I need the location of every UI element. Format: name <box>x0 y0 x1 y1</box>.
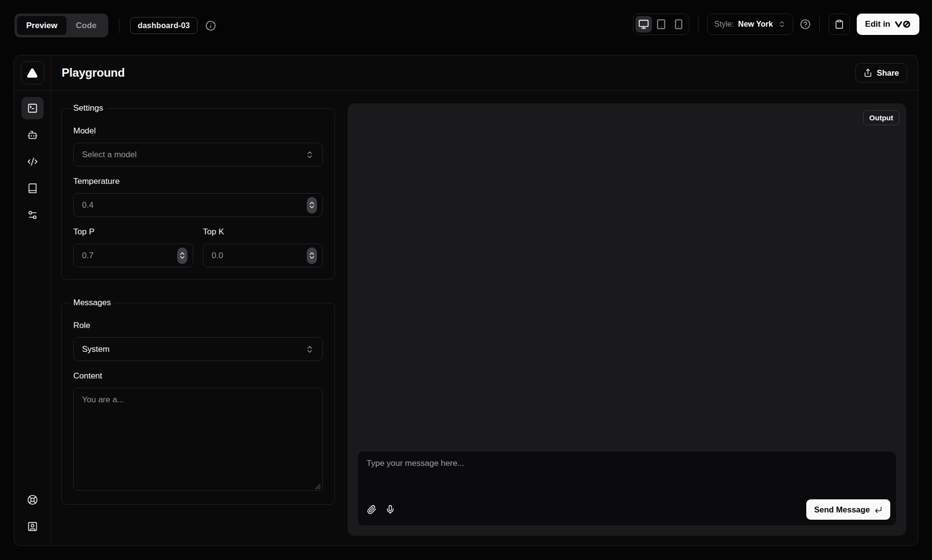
chevrons-up-down-icon <box>778 20 786 28</box>
tablet-icon <box>656 19 666 30</box>
top-k-field: Top K <box>203 227 323 267</box>
role-select-value: System <box>82 345 110 354</box>
number-stepper[interactable] <box>307 247 317 264</box>
edit-in-v0-button[interactable]: Edit in <box>857 14 919 35</box>
top-p-k-row: Top P Top K <box>73 227 323 267</box>
life-buoy-icon <box>27 494 38 505</box>
sidebar-item-account[interactable] <box>21 515 44 538</box>
top-k-label: Top K <box>203 227 323 237</box>
messages-fieldset: Messages Role System Content <box>61 298 335 505</box>
code-tab[interactable]: Code <box>67 16 106 35</box>
header-main: Playground Share <box>51 55 918 90</box>
page-title: Playground <box>62 66 125 80</box>
top-p-label: Top P <box>73 227 193 237</box>
tablet-view-button[interactable] <box>653 16 669 33</box>
temperature-input[interactable] <box>73 193 323 217</box>
settings-legend: Settings <box>70 103 106 113</box>
settings-fieldset: Settings Model Select a model Temperatur… <box>61 103 335 280</box>
mic-icon <box>385 505 395 514</box>
temperature-field: Temperature <box>73 177 323 217</box>
smartphone-icon <box>673 19 684 30</box>
sidebar-item-api[interactable] <box>21 150 44 173</box>
toolbar-separator <box>119 18 119 33</box>
square-terminal-icon <box>27 103 38 114</box>
top-toolbar: Preview Code dashboard-03 Style: New Yor… <box>0 0 932 55</box>
top-p-field: Top P <box>73 227 193 267</box>
share-label: Share <box>877 68 899 78</box>
v0-logo-icon <box>895 20 911 28</box>
message-input[interactable] <box>358 451 896 495</box>
top-p-input[interactable] <box>73 244 193 267</box>
chevrons-up-down-icon <box>305 150 314 159</box>
copy-code-button[interactable] <box>829 14 850 35</box>
book-icon <box>27 183 38 194</box>
preview-code-toggle: Preview Code <box>15 14 108 37</box>
model-label: Model <box>73 126 323 136</box>
number-stepper[interactable] <box>177 247 187 264</box>
role-field: Role System <box>73 321 323 361</box>
toolbar-right: Style: New York Edit in <box>633 14 919 35</box>
sliders-icon <box>27 210 38 220</box>
home-logo-button[interactable] <box>21 61 44 84</box>
project-badge[interactable]: dashboard-03 <box>130 17 198 34</box>
device-toggle-group <box>633 14 689 35</box>
bot-icon <box>27 130 38 140</box>
code-icon <box>27 156 38 167</box>
preview-tab[interactable]: Preview <box>17 16 67 35</box>
mic-button[interactable] <box>381 500 399 519</box>
output-panel: Output Send Message <box>348 103 906 536</box>
toolbar-separator <box>819 17 820 32</box>
info-icon[interactable] <box>205 20 216 31</box>
frame-body: Settings Model Select a model Temperatur… <box>14 91 918 545</box>
clipboard-icon <box>834 19 844 29</box>
model-select-placeholder: Select a model <box>82 150 136 160</box>
sidebar-nav <box>14 91 51 545</box>
triangle-logo-icon <box>27 67 38 79</box>
send-message-label: Send Message <box>814 505 870 514</box>
style-value: New York <box>738 20 773 29</box>
sidebar-item-settings[interactable] <box>21 204 44 226</box>
logo-cell <box>14 55 51 90</box>
composer-toolbar: Send Message <box>358 495 896 526</box>
toolbar-left: Preview Code dashboard-03 <box>15 14 216 37</box>
message-composer: Send Message <box>357 451 897 526</box>
model-field: Model Select a model <box>73 126 323 166</box>
share-button[interactable]: Share <box>855 63 907 82</box>
content-field: Content <box>73 371 323 493</box>
share-icon <box>864 68 872 77</box>
role-select[interactable]: System <box>73 337 323 361</box>
sidebar-item-documentation[interactable] <box>21 177 44 199</box>
monitor-icon <box>638 19 649 30</box>
mobile-view-button[interactable] <box>670 16 687 33</box>
role-label: Role <box>73 321 323 330</box>
content-label: Content <box>73 371 323 381</box>
content-textarea[interactable] <box>73 388 323 491</box>
temperature-label: Temperature <box>73 177 323 186</box>
sidebar-item-help[interactable] <box>21 489 44 511</box>
messages-legend: Messages <box>70 298 114 308</box>
app-header: Playground Share <box>14 55 918 91</box>
paperclip-icon <box>367 505 377 514</box>
square-user-icon <box>27 521 38 532</box>
app-frame: Playground Share <box>14 55 918 546</box>
sidebar-item-models[interactable] <box>21 124 44 146</box>
style-label: Style: <box>715 20 734 29</box>
corner-down-left-icon <box>874 506 882 514</box>
help-circle-icon[interactable] <box>800 19 811 30</box>
chevrons-up-down-icon <box>305 345 314 354</box>
output-badge: Output <box>863 110 899 125</box>
number-stepper[interactable] <box>307 197 317 214</box>
desktop-view-button[interactable] <box>635 16 652 33</box>
style-select[interactable]: Style: New York <box>707 14 793 35</box>
main-content: Settings Model Select a model Temperatur… <box>51 91 918 545</box>
top-k-input[interactable] <box>203 244 323 267</box>
send-message-button[interactable]: Send Message <box>806 499 890 520</box>
edit-in-label: Edit in <box>865 19 890 29</box>
model-select[interactable]: Select a model <box>73 143 323 166</box>
sidebar-item-playground[interactable] <box>21 97 44 119</box>
attach-file-button[interactable] <box>363 500 381 519</box>
settings-column: Settings Model Select a model Temperatur… <box>61 103 335 536</box>
toolbar-separator <box>698 17 699 32</box>
